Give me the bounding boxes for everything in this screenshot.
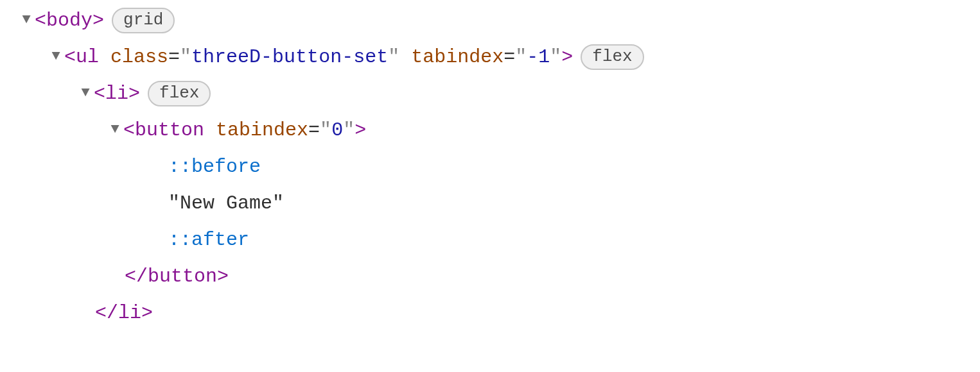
attr-tabindex-value: -1 xyxy=(527,39,550,76)
tag-li-close: li xyxy=(118,295,141,332)
tree-row-pseudo-before[interactable]: ::before xyxy=(36,149,980,185)
angle-open: </ xyxy=(95,295,118,332)
caret-down-icon[interactable]: ▼ xyxy=(48,43,64,70)
attr-tabindex: tabindex xyxy=(216,112,308,149)
caret-down-icon[interactable]: ▼ xyxy=(77,80,94,106)
tree-row-ul[interactable]: ▼ <ul class="threeD-button-set" tabindex… xyxy=(36,39,980,76)
tree-row-button[interactable]: ▼ <button tabindex="0"> xyxy=(36,112,980,149)
angle-close: > xyxy=(561,39,573,76)
tag-body: body xyxy=(46,3,92,39)
tag-button: button xyxy=(135,112,204,149)
angle-open: < xyxy=(94,76,105,112)
angle-close: > xyxy=(141,295,153,332)
tree-row-li[interactable]: ▼ <li> flex xyxy=(36,76,980,112)
attr-class: class xyxy=(110,39,168,76)
attr-class-value: threeD-button-set xyxy=(191,39,388,76)
pseudo-before: ::before xyxy=(168,149,261,185)
tag-li: li xyxy=(105,76,128,112)
angle-open: < xyxy=(35,3,46,39)
caret-down-icon[interactable]: ▼ xyxy=(18,6,35,33)
tree-row-li-close[interactable]: </li> xyxy=(36,295,980,332)
angle-close: > xyxy=(354,112,366,149)
angle-close: > xyxy=(128,76,140,112)
tree-row-pseudo-after[interactable]: ::after xyxy=(36,222,980,258)
tag-button-close: button xyxy=(148,258,217,295)
angle-close: > xyxy=(92,3,104,39)
angle-open: < xyxy=(64,39,76,76)
attr-tabindex: tabindex xyxy=(411,39,503,76)
attr-tabindex-value: 0 xyxy=(331,112,343,149)
layout-badge-grid[interactable]: grid xyxy=(112,8,175,33)
tree-row-body[interactable]: ▼ <body> grid xyxy=(36,3,980,39)
tree-row-text-node[interactable]: "New Game" xyxy=(36,185,980,222)
pseudo-after: ::after xyxy=(168,222,249,258)
text-node: "New Game" xyxy=(168,185,284,222)
layout-badge-flex[interactable]: flex xyxy=(148,81,211,106)
angle-open: < xyxy=(123,112,135,149)
angle-open: </ xyxy=(125,258,148,295)
tag-ul: ul xyxy=(76,39,99,76)
dom-tree: ▼ <body> grid ▼ <ul class="threeD-button… xyxy=(0,0,980,332)
layout-badge-flex[interactable]: flex xyxy=(581,44,643,70)
tree-row-button-close[interactable]: </button> xyxy=(36,258,980,295)
caret-down-icon[interactable]: ▼ xyxy=(107,116,123,143)
angle-close: > xyxy=(217,258,229,295)
